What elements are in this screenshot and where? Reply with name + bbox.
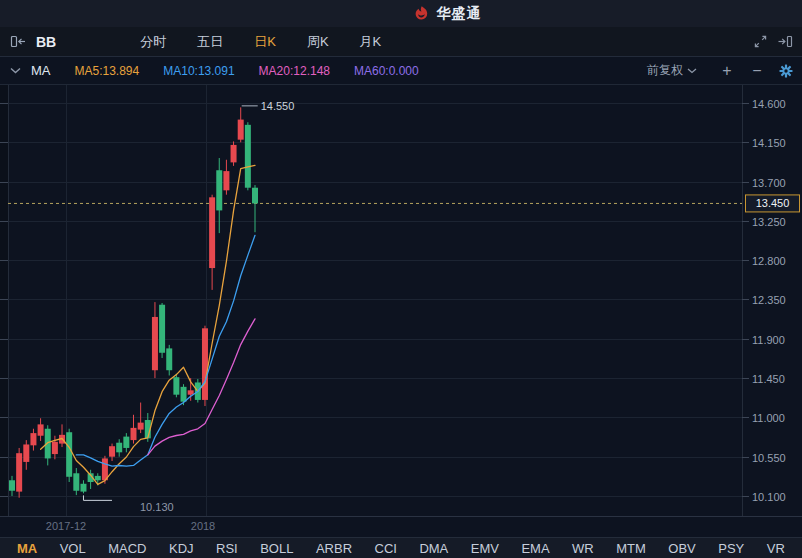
dock-right-icon[interactable]	[777, 34, 793, 49]
svg-text:11.450: 11.450	[752, 373, 785, 385]
svg-text:12.800: 12.800	[752, 255, 786, 267]
candles-layer	[9, 107, 258, 497]
svg-text:13.450: 13.450	[756, 197, 790, 209]
flame-logo-icon	[413, 5, 430, 22]
period-tab-2[interactable]: 日K	[254, 33, 276, 51]
indicator-tab-dma[interactable]: DMA	[419, 541, 448, 556]
app-window: 华盛通 BB 分时五日日K周K月K	[0, 0, 802, 558]
indicator-tab-emv[interactable]: EMV	[471, 541, 499, 556]
indicator-tab-arbr[interactable]: ARBR	[316, 541, 352, 556]
v-gridlines	[67, 85, 207, 516]
ma-bar-right: 前复权 + −	[647, 62, 793, 79]
candlestick-chart[interactable]: 14.60014.15013.70013.25012.80012.35011.9…	[0, 85, 802, 517]
period-tab-4[interactable]: 月K	[360, 33, 382, 51]
svg-text:13.700: 13.700	[752, 177, 786, 189]
period-tab-0[interactable]: 分时	[140, 33, 166, 51]
ma-legend: MA5:13.894MA10:13.091MA20:12.148MA60:0.0…	[75, 64, 419, 78]
svg-text:10.550: 10.550	[752, 452, 786, 464]
period-tab-3[interactable]: 周K	[307, 33, 329, 51]
x-axis: 2017-122018	[0, 517, 802, 537]
indicator-tab-vol[interactable]: VOL	[60, 541, 86, 556]
indicator-tab-wr[interactable]: WR	[572, 541, 594, 556]
indicator-name: MA	[31, 63, 51, 78]
fullscreen-icon[interactable]	[753, 34, 768, 49]
toolbar-right	[753, 34, 793, 49]
svg-text:14.150: 14.150	[752, 137, 786, 149]
indicator-tabs-bar: MAVOLMACDKDJRSIBOLLARBRCCIDMAEMVEMAWRMTM…	[0, 537, 802, 558]
indicator-tab-ma[interactable]: MA	[17, 541, 37, 556]
current-price-badge: 13.450	[746, 195, 800, 212]
adjust-mode-dropdown[interactable]: 前复权	[647, 62, 697, 79]
svg-text:14.600: 14.600	[752, 98, 786, 110]
indicator-tab-macd[interactable]: MACD	[108, 541, 146, 556]
ma-legend-item-3: MA60:0.000	[354, 64, 419, 78]
indicator-tab-vr[interactable]: VR	[767, 541, 785, 556]
chart-canvas: 14.60014.15013.70013.25012.80012.35011.9…	[0, 85, 802, 517]
ma-legend-item-0: MA5:13.894	[75, 64, 140, 78]
indicator-tab-obv[interactable]: OBV	[668, 541, 695, 556]
adjust-mode-label: 前复权	[647, 62, 683, 79]
toolbar: BB 分时五日日K周K月K	[0, 27, 802, 57]
indicator-tab-mtm[interactable]: MTM	[616, 541, 646, 556]
indicator-tab-ema[interactable]: EMA	[521, 541, 549, 556]
ma-line-ma5	[41, 165, 255, 484]
svg-text:12.350: 12.350	[752, 294, 786, 306]
stock-symbol: BB	[36, 34, 56, 50]
price-gridlines: 14.60014.15013.70013.25012.80012.35011.9…	[0, 98, 786, 503]
gear-icon[interactable]	[779, 64, 793, 78]
brand: 华盛通	[413, 5, 482, 23]
chevron-down-icon	[687, 68, 697, 74]
title-bar: 华盛通	[0, 0, 802, 27]
indicator-tab-psy[interactable]: PSY	[718, 541, 744, 556]
x-axis-label-0: 2017-12	[46, 520, 86, 532]
collapse-panel-icon[interactable]	[10, 34, 27, 49]
indicator-tab-cci[interactable]: CCI	[375, 541, 397, 556]
period-tabs: 分时五日日K周K月K	[140, 33, 381, 51]
low-annotation-label: 10.130	[140, 501, 174, 513]
ma-indicator-bar: MA MA5:13.894MA10:13.091MA20:12.148MA60:…	[0, 57, 802, 85]
zoom-out-button[interactable]: −	[749, 63, 765, 79]
app-title: 华盛通	[437, 5, 482, 23]
zoom-in-button[interactable]: +	[719, 63, 735, 79]
period-tab-1[interactable]: 五日	[197, 33, 223, 51]
indicator-tab-boll[interactable]: BOLL	[260, 541, 293, 556]
ma-legend-item-2: MA20:12.148	[259, 64, 330, 78]
x-axis-label-1: 2018	[191, 520, 215, 532]
indicator-tab-rsi[interactable]: RSI	[216, 541, 238, 556]
indicator-tab-kdj[interactable]: KDJ	[169, 541, 194, 556]
svg-text:11.900: 11.900	[752, 334, 785, 346]
svg-text:10.100: 10.100	[752, 491, 786, 503]
ma-legend-item-1: MA10:13.091	[163, 64, 234, 78]
svg-text:11.000: 11.000	[752, 412, 785, 424]
chevron-down-icon[interactable]	[10, 67, 21, 74]
ma-line-ma10	[76, 235, 255, 466]
high-annotation-label: 14.550	[261, 100, 295, 112]
svg-text:13.250: 13.250	[752, 216, 786, 228]
